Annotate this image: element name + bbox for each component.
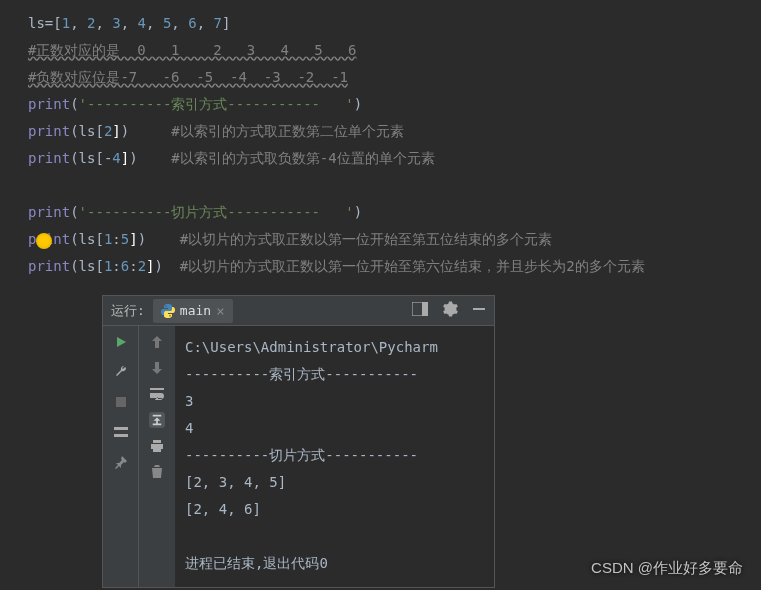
print-icon[interactable]: [149, 438, 165, 454]
code-line: print(ls[1:6:2]) #以切片的方式取正数以第一位开始至第六位结束，…: [28, 253, 761, 280]
close-icon[interactable]: ×: [216, 303, 224, 319]
svg-rect-4: [114, 427, 128, 430]
down-arrow-icon[interactable]: [149, 360, 165, 376]
rerun-icon[interactable]: [113, 334, 129, 350]
watermark: CSDN @作业好多要命: [591, 559, 743, 578]
code-editor[interactable]: ls=[1, 2, 3, 4, 5, 6, 7] #正数对应的是 0 1 2 3…: [0, 0, 761, 280]
run-label: 运行:: [111, 302, 145, 320]
trash-icon[interactable]: [149, 464, 165, 480]
code-line: print(ls[-4]) #以索引的方式取负数第-4位置的单个元素: [28, 145, 761, 172]
pin-icon[interactable]: [113, 454, 129, 470]
svg-rect-5: [114, 434, 128, 437]
layout-icon[interactable]: [412, 302, 428, 319]
code-line: print(ls[1:5]) #以切片的方式取正数以第一位开始至第五位结束的多个…: [28, 226, 761, 253]
run-toolbar-right: [139, 326, 175, 587]
run-tab[interactable]: main ×: [153, 299, 233, 323]
svg-rect-1: [422, 302, 428, 316]
run-body: C:\Users\Administrator\Pycharm ---------…: [103, 326, 494, 587]
code-line: print(ls[2]) #以索引的方式取正数第二位单个元素: [28, 118, 761, 145]
code-line: [28, 172, 761, 199]
run-toolbar-left: [103, 326, 139, 587]
up-arrow-icon[interactable]: [149, 334, 165, 350]
svg-rect-3: [116, 397, 126, 407]
intention-bulb-icon[interactable]: [36, 233, 52, 249]
code-line: ls=[1, 2, 3, 4, 5, 6, 7]: [28, 10, 761, 37]
layout-settings-icon[interactable]: [113, 424, 129, 440]
tab-label: main: [180, 303, 211, 318]
minimize-icon[interactable]: [472, 302, 486, 319]
code-line: print('----------索引方式----------- '): [28, 91, 761, 118]
gear-icon[interactable]: [442, 301, 458, 320]
code-line: #正数对应的是 0 1 2 3 4 5 6: [28, 37, 761, 64]
python-file-icon: [161, 304, 175, 318]
scroll-to-end-icon[interactable]: [149, 412, 165, 428]
soft-wrap-icon[interactable]: [149, 386, 165, 402]
code-line: #负数对应位是-7 -6 -5 -4 -3 -2 -1: [28, 64, 761, 91]
wrench-icon[interactable]: [113, 364, 129, 380]
code-line: print('----------切片方式----------- '): [28, 199, 761, 226]
console-output[interactable]: C:\Users\Administrator\Pycharm ---------…: [175, 326, 494, 587]
run-header: 运行: main ×: [103, 296, 494, 326]
svg-rect-2: [473, 308, 485, 310]
run-tool-window: 运行: main ×: [102, 295, 495, 588]
stop-icon[interactable]: [113, 394, 129, 410]
